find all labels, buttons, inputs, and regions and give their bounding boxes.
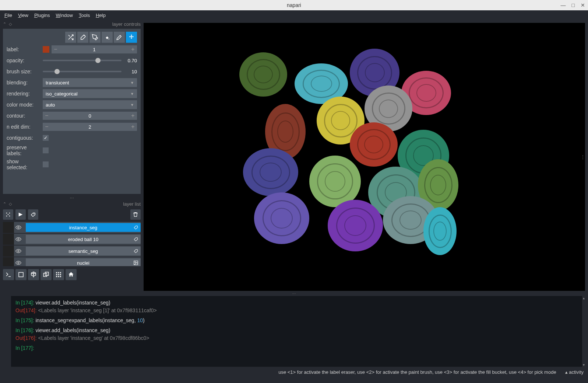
contiguous-label: contiguous: [7, 135, 41, 141]
contiguous-checkbox[interactable]: ✓ [43, 135, 49, 141]
layer-item[interactable]: eroded ball 10 [3, 234, 141, 245]
layer-type-icon [133, 237, 138, 242]
ndisplay-2d-button[interactable] [15, 269, 27, 280]
svg-point-5 [34, 213, 34, 214]
chevron-down-icon: ▼ [130, 103, 134, 107]
viewer-canvas[interactable]: ⋮ [144, 23, 585, 291]
shuffle-colors-button[interactable] [65, 32, 76, 43]
menu-tools[interactable]: Tools [79, 13, 90, 18]
brush-slider[interactable] [43, 71, 122, 72]
menu-plugins[interactable]: Plugins [34, 13, 50, 18]
layer-visibility-toggle[interactable] [15, 236, 24, 242]
layer-visibility-toggle[interactable] [15, 224, 24, 230]
new-points-button[interactable] [3, 209, 13, 220]
dock-popout-icon[interactable]: ⌃ ◇ [3, 22, 13, 27]
blending-combo[interactable]: translucent▼ [43, 78, 137, 87]
grid-button[interactable] [53, 269, 64, 280]
label-label: label: [7, 46, 41, 52]
label-increment[interactable]: + [129, 46, 137, 53]
contour-spinbox[interactable]: − 0 + [43, 112, 137, 120]
pan-zoom-button[interactable] [126, 32, 137, 43]
svg-rect-20 [60, 274, 61, 275]
layer-thumbnail [3, 234, 14, 245]
nedit-value: 2 [51, 124, 129, 130]
menu-window[interactable]: Window [56, 13, 73, 18]
nedit-spinbox[interactable]: − 2 + [43, 123, 137, 131]
window-titlebar: napari — □ ✕ [0, 0, 588, 10]
side-handle-icon[interactable]: ⋮ [581, 154, 585, 160]
statusbar: use <1> for activate the label eraser, u… [0, 367, 588, 377]
activity-button[interactable]: ▴ activity [565, 369, 584, 375]
label-decrement[interactable]: − [52, 46, 60, 53]
layer-visibility-toggle[interactable] [15, 248, 24, 254]
nedit-decrement[interactable]: − [43, 123, 51, 130]
console-scrollbar[interactable] [582, 296, 588, 367]
nedit-increment[interactable]: + [129, 123, 137, 130]
svg-rect-23 [60, 276, 61, 277]
roll-dims-button[interactable] [41, 269, 52, 280]
menu-help[interactable]: Help [96, 13, 106, 18]
fill-button[interactable] [102, 32, 113, 43]
eraser-button[interactable] [77, 32, 88, 43]
label-color-swatch[interactable] [43, 46, 49, 53]
new-shapes-button[interactable] [15, 209, 26, 220]
layer-thumbnail [3, 222, 14, 233]
brush-label: brush size: [7, 69, 41, 74]
ndisplay-3d-button[interactable] [28, 269, 39, 280]
close-button[interactable]: ✕ [581, 2, 585, 8]
new-labels-button[interactable] [28, 209, 38, 220]
svg-point-3 [9, 216, 10, 217]
layer-visibility-toggle[interactable] [15, 260, 24, 266]
rendering-combo[interactable]: iso_categorical▼ [43, 89, 137, 98]
layer-name[interactable]: instance_seg [26, 223, 141, 232]
segmentation-blob [254, 192, 309, 244]
preserve-checkbox[interactable] [43, 147, 49, 153]
maximize-button[interactable]: □ [572, 2, 575, 8]
opacity-slider[interactable] [43, 60, 122, 61]
colormode-combo[interactable]: auto▼ [43, 100, 137, 109]
window-title: napari [287, 2, 301, 8]
blending-label: blending: [7, 80, 41, 86]
layer-controls-panel: label: − 1 + opacity: 0.70 brush size: [3, 29, 141, 194]
ipython-console[interactable]: In [174]: viewer.add_labels(instance_seg… [11, 296, 582, 367]
layer-item[interactable]: instance_seg [3, 222, 141, 233]
status-help-text: use <1> for activate the label eraser, u… [278, 369, 556, 375]
splitter-handle[interactable]: ··· [0, 195, 144, 200]
contour-value: 0 [51, 113, 129, 119]
svg-point-9 [18, 262, 19, 264]
svg-point-0 [6, 213, 7, 214]
menu-view[interactable]: View [18, 13, 28, 18]
console-splitter[interactable]: ··· [0, 291, 588, 296]
svg-point-8 [18, 250, 19, 252]
label-spinbox[interactable]: − 1 + [52, 45, 137, 53]
layer-name[interactable]: semantic_seg [26, 247, 141, 255]
layer-item[interactable]: semantic_seg [3, 246, 141, 257]
menu-file[interactable]: File [4, 13, 12, 18]
preserve-label: preserve labels: [7, 145, 41, 156]
svg-rect-21 [56, 276, 57, 277]
pick-button[interactable] [114, 32, 125, 43]
layer-thumbnail [3, 257, 14, 266]
dock-popout-icon[interactable]: ⌃ ◇ [3, 202, 13, 206]
segmentation-blob [239, 52, 287, 97]
layer-name[interactable]: eroded ball 10 [26, 235, 141, 244]
home-button[interactable] [66, 269, 77, 280]
contour-increment[interactable]: + [129, 112, 137, 119]
opacity-label: opacity: [7, 58, 41, 63]
layer-list-header: ⌃ ◇ layer list [0, 200, 144, 208]
segmentation-blob [309, 156, 361, 207]
layer-name[interactable]: nuclei [26, 258, 141, 266]
delete-layer-button[interactable] [130, 209, 141, 220]
console-toggle-button[interactable] [3, 269, 14, 280]
svg-rect-15 [56, 272, 57, 273]
brush-value: 10 [124, 69, 137, 74]
layer-item[interactable]: nuclei [3, 257, 141, 266]
svg-point-11 [135, 262, 135, 262]
contour-decrement[interactable]: − [43, 112, 51, 119]
minimize-button[interactable]: — [561, 2, 566, 8]
colormode-label: color mode: [7, 102, 41, 108]
show-selected-checkbox[interactable] [43, 161, 49, 167]
paint-button[interactable] [89, 32, 101, 43]
svg-rect-18 [56, 274, 57, 275]
svg-rect-19 [58, 274, 59, 275]
